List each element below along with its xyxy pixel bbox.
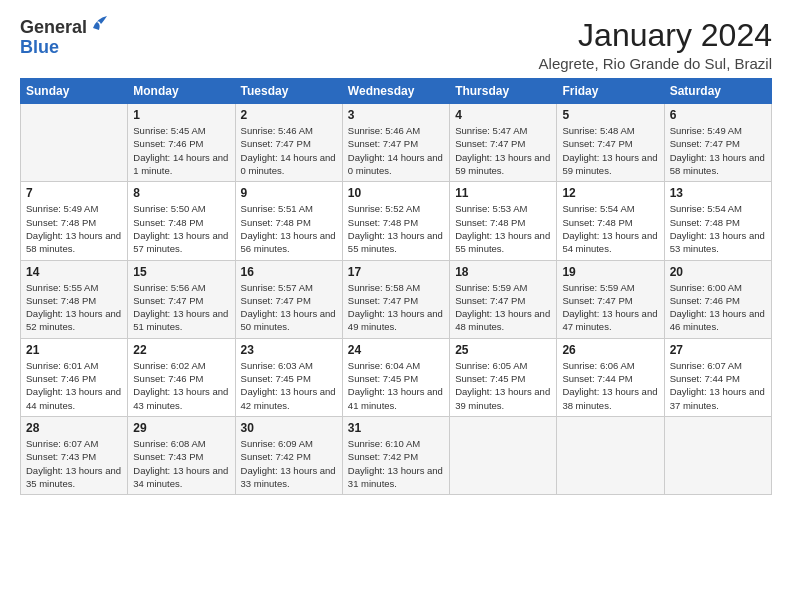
day-number: 8 [133,186,229,200]
cell-info: Sunrise: 5:48 AMSunset: 7:47 PMDaylight:… [562,125,657,176]
calendar-cell: 30Sunrise: 6:09 AMSunset: 7:42 PMDayligh… [235,416,342,494]
day-number: 21 [26,343,122,357]
day-number: 18 [455,265,551,279]
day-number: 3 [348,108,444,122]
calendar-cell [450,416,557,494]
cell-info: Sunrise: 5:59 AMSunset: 7:47 PMDaylight:… [455,282,550,333]
calendar-cell: 22Sunrise: 6:02 AMSunset: 7:46 PMDayligh… [128,338,235,416]
logo: General Blue [20,18,111,58]
day-number: 7 [26,186,122,200]
cell-info: Sunrise: 6:09 AMSunset: 7:42 PMDaylight:… [241,438,336,489]
cell-info: Sunrise: 6:02 AMSunset: 7:46 PMDaylight:… [133,360,228,411]
cell-info: Sunrise: 6:05 AMSunset: 7:45 PMDaylight:… [455,360,550,411]
cell-info: Sunrise: 5:46 AMSunset: 7:47 PMDaylight:… [348,125,443,176]
header-row: General Blue January 2024 Alegrete, Rio … [20,18,772,72]
day-number: 22 [133,343,229,357]
calendar-cell: 23Sunrise: 6:03 AMSunset: 7:45 PMDayligh… [235,338,342,416]
day-number: 1 [133,108,229,122]
calendar-cell [21,104,128,182]
day-number: 14 [26,265,122,279]
calendar-cell: 7Sunrise: 5:49 AMSunset: 7:48 PMDaylight… [21,182,128,260]
calendar-cell: 15Sunrise: 5:56 AMSunset: 7:47 PMDayligh… [128,260,235,338]
page-container: General Blue January 2024 Alegrete, Rio … [0,0,792,505]
column-header-wednesday: Wednesday [342,79,449,104]
column-header-thursday: Thursday [450,79,557,104]
cell-info: Sunrise: 5:51 AMSunset: 7:48 PMDaylight:… [241,203,336,254]
calendar-cell: 21Sunrise: 6:01 AMSunset: 7:46 PMDayligh… [21,338,128,416]
cell-info: Sunrise: 5:59 AMSunset: 7:47 PMDaylight:… [562,282,657,333]
day-number: 4 [455,108,551,122]
day-number: 28 [26,421,122,435]
cell-info: Sunrise: 5:46 AMSunset: 7:47 PMDaylight:… [241,125,336,176]
title-block: January 2024 Alegrete, Rio Grande do Sul… [539,18,772,72]
cell-info: Sunrise: 6:00 AMSunset: 7:46 PMDaylight:… [670,282,765,333]
logo-bird-icon [89,12,111,34]
calendar-table: SundayMondayTuesdayWednesdayThursdayFrid… [20,78,772,495]
day-number: 16 [241,265,337,279]
calendar-cell: 28Sunrise: 6:07 AMSunset: 7:43 PMDayligh… [21,416,128,494]
calendar-cell: 19Sunrise: 5:59 AMSunset: 7:47 PMDayligh… [557,260,664,338]
week-row-4: 21Sunrise: 6:01 AMSunset: 7:46 PMDayligh… [21,338,772,416]
calendar-cell: 18Sunrise: 5:59 AMSunset: 7:47 PMDayligh… [450,260,557,338]
cell-info: Sunrise: 5:52 AMSunset: 7:48 PMDaylight:… [348,203,443,254]
day-number: 24 [348,343,444,357]
calendar-cell: 12Sunrise: 5:54 AMSunset: 7:48 PMDayligh… [557,182,664,260]
calendar-cell: 4Sunrise: 5:47 AMSunset: 7:47 PMDaylight… [450,104,557,182]
cell-info: Sunrise: 6:07 AMSunset: 7:44 PMDaylight:… [670,360,765,411]
logo-general: General [20,18,87,38]
day-number: 27 [670,343,766,357]
calendar-cell: 11Sunrise: 5:53 AMSunset: 7:48 PMDayligh… [450,182,557,260]
column-header-sunday: Sunday [21,79,128,104]
calendar-cell: 24Sunrise: 6:04 AMSunset: 7:45 PMDayligh… [342,338,449,416]
cell-info: Sunrise: 5:53 AMSunset: 7:48 PMDaylight:… [455,203,550,254]
calendar-cell: 1Sunrise: 5:45 AMSunset: 7:46 PMDaylight… [128,104,235,182]
day-number: 5 [562,108,658,122]
day-number: 25 [455,343,551,357]
calendar-cell: 29Sunrise: 6:08 AMSunset: 7:43 PMDayligh… [128,416,235,494]
cell-info: Sunrise: 5:57 AMSunset: 7:47 PMDaylight:… [241,282,336,333]
week-row-1: 1Sunrise: 5:45 AMSunset: 7:46 PMDaylight… [21,104,772,182]
day-number: 11 [455,186,551,200]
calendar-cell: 17Sunrise: 5:58 AMSunset: 7:47 PMDayligh… [342,260,449,338]
column-header-tuesday: Tuesday [235,79,342,104]
cell-info: Sunrise: 6:06 AMSunset: 7:44 PMDaylight:… [562,360,657,411]
day-number: 29 [133,421,229,435]
week-row-2: 7Sunrise: 5:49 AMSunset: 7:48 PMDaylight… [21,182,772,260]
cell-info: Sunrise: 5:49 AMSunset: 7:48 PMDaylight:… [26,203,121,254]
week-row-5: 28Sunrise: 6:07 AMSunset: 7:43 PMDayligh… [21,416,772,494]
cell-info: Sunrise: 6:10 AMSunset: 7:42 PMDaylight:… [348,438,443,489]
day-number: 15 [133,265,229,279]
calendar-cell: 14Sunrise: 5:55 AMSunset: 7:48 PMDayligh… [21,260,128,338]
column-header-saturday: Saturday [664,79,771,104]
calendar-cell [557,416,664,494]
cell-info: Sunrise: 6:07 AMSunset: 7:43 PMDaylight:… [26,438,121,489]
day-number: 20 [670,265,766,279]
cell-info: Sunrise: 5:54 AMSunset: 7:48 PMDaylight:… [670,203,765,254]
column-header-monday: Monday [128,79,235,104]
header-row-days: SundayMondayTuesdayWednesdayThursdayFrid… [21,79,772,104]
calendar-cell: 6Sunrise: 5:49 AMSunset: 7:47 PMDaylight… [664,104,771,182]
day-number: 12 [562,186,658,200]
cell-info: Sunrise: 6:08 AMSunset: 7:43 PMDaylight:… [133,438,228,489]
day-number: 17 [348,265,444,279]
calendar-cell: 9Sunrise: 5:51 AMSunset: 7:48 PMDaylight… [235,182,342,260]
cell-info: Sunrise: 6:03 AMSunset: 7:45 PMDaylight:… [241,360,336,411]
cell-info: Sunrise: 5:58 AMSunset: 7:47 PMDaylight:… [348,282,443,333]
calendar-cell: 16Sunrise: 5:57 AMSunset: 7:47 PMDayligh… [235,260,342,338]
calendar-cell: 10Sunrise: 5:52 AMSunset: 7:48 PMDayligh… [342,182,449,260]
calendar-cell: 13Sunrise: 5:54 AMSunset: 7:48 PMDayligh… [664,182,771,260]
cell-info: Sunrise: 5:49 AMSunset: 7:47 PMDaylight:… [670,125,765,176]
calendar-cell: 2Sunrise: 5:46 AMSunset: 7:47 PMDaylight… [235,104,342,182]
week-row-3: 14Sunrise: 5:55 AMSunset: 7:48 PMDayligh… [21,260,772,338]
calendar-cell: 8Sunrise: 5:50 AMSunset: 7:48 PMDaylight… [128,182,235,260]
day-number: 10 [348,186,444,200]
cell-info: Sunrise: 5:50 AMSunset: 7:48 PMDaylight:… [133,203,228,254]
calendar-cell: 27Sunrise: 6:07 AMSunset: 7:44 PMDayligh… [664,338,771,416]
day-number: 2 [241,108,337,122]
location: Alegrete, Rio Grande do Sul, Brazil [539,55,772,72]
month-year: January 2024 [539,18,772,53]
calendar-cell: 20Sunrise: 6:00 AMSunset: 7:46 PMDayligh… [664,260,771,338]
cell-info: Sunrise: 6:04 AMSunset: 7:45 PMDaylight:… [348,360,443,411]
calendar-cell: 5Sunrise: 5:48 AMSunset: 7:47 PMDaylight… [557,104,664,182]
day-number: 26 [562,343,658,357]
